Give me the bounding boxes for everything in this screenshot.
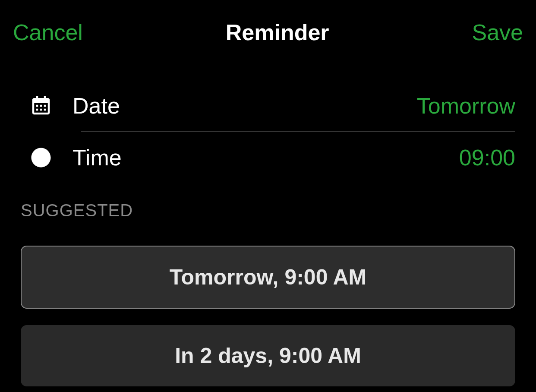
date-value: Tomorrow: [417, 93, 515, 119]
date-row[interactable]: Date Tomorrow: [21, 80, 515, 132]
suggestions-list: Tomorrow, 9:00 AM In 2 days, 9:00 AM: [21, 246, 515, 386]
header-bar: Cancel Reminder Save: [0, 0, 536, 58]
content-area: Date Tomorrow Time 09:00 SUGGESTED Tomor…: [0, 58, 536, 386]
time-value: 09:00: [459, 145, 515, 171]
page-title: Reminder: [226, 19, 329, 45]
time-row[interactable]: Time 09:00: [21, 132, 515, 183]
date-label: Date: [73, 93, 120, 119]
suggestion-item[interactable]: Tomorrow, 9:00 AM: [21, 246, 515, 309]
suggestion-item[interactable]: In 2 days, 9:00 AM: [21, 325, 515, 386]
time-label: Time: [73, 145, 122, 171]
calendar-icon: [21, 94, 73, 117]
clock-icon: [21, 146, 73, 169]
save-button[interactable]: Save: [472, 19, 523, 45]
suggested-header: SUGGESTED: [21, 201, 515, 229]
cancel-button[interactable]: Cancel: [13, 19, 83, 45]
